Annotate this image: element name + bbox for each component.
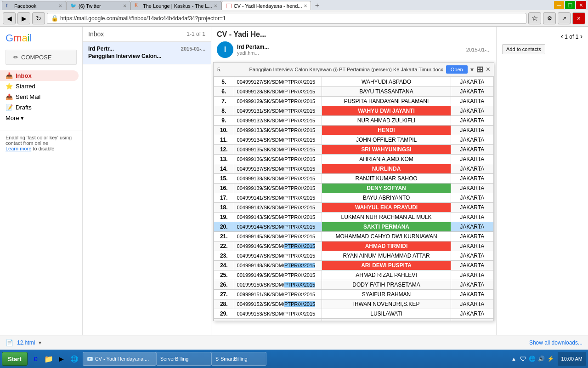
sidebar-item-starred[interactable]: ⭐ Starred xyxy=(0,81,79,92)
email-content-header: CV - Yadi He... I Ird Pertam... yadi.hm.… xyxy=(211,27,496,60)
email-list-item[interactable]: Ird Pertr... 2015-01-... Panggilan Inter… xyxy=(83,42,211,64)
sidebar-item-drafts[interactable]: 📝 Drafts xyxy=(0,102,79,113)
email-body: CV - Yadi He... I Ird Pertam... yadi.hm.… xyxy=(211,27,496,321)
tab-kaskus-close[interactable]: × xyxy=(214,3,217,9)
row-city: JAKARTA xyxy=(451,213,493,222)
table-row: 17.004999141/SK/SDM/PTPR/X/2015BAYU ABRI… xyxy=(214,193,494,203)
download-icon: 📄 xyxy=(6,339,13,346)
tab-gmail[interactable]: CV - Yadi Hendayana - hend... × xyxy=(221,1,311,10)
bookmark-star-icon[interactable]: ☆ xyxy=(528,12,541,24)
row-name: AHMAD TIRMIDI xyxy=(322,242,451,251)
sent-icon: 📤 xyxy=(6,93,13,100)
email-list-header: Inbox 1-1 of 1 xyxy=(83,27,211,42)
browser-window: f Facebook × 🐦 (6) Twitter × K The Loung… xyxy=(0,0,588,350)
row-code: 004999138/SK/SDM/PTPR/X/2015 xyxy=(234,174,322,184)
sender-avatar: I xyxy=(217,41,233,58)
share-icon[interactable]: ↗ xyxy=(558,12,571,24)
tab-twitter-close[interactable]: × xyxy=(123,3,126,9)
table-row: 25.001999149/SK/SDM/PTPR/X/2015AHMAD RIZ… xyxy=(214,270,494,280)
table-row: 19.004999143/SK/SDM/PTPR/X/2015LUKMAN NU… xyxy=(214,213,494,222)
sidebar-item-more[interactable]: More ▾ xyxy=(0,113,79,123)
tray-power-icon[interactable]: ⚡ xyxy=(547,355,555,363)
minimize-button[interactable]: ─ xyxy=(554,1,564,9)
next-email-button[interactable]: › xyxy=(580,32,582,40)
start-button[interactable]: Start xyxy=(2,352,28,366)
download-filename[interactable]: 12.html xyxy=(17,339,35,346)
row-number: 17. xyxy=(214,193,234,203)
sidebar-item-sent[interactable]: 📤 Sent Mail xyxy=(0,92,79,102)
close-doc-icon[interactable]: × xyxy=(486,65,490,74)
close-button[interactable]: × xyxy=(576,1,586,9)
new-tab-button[interactable]: + xyxy=(311,1,323,10)
notification-text2: to disable xyxy=(33,146,54,151)
row-city: JAKARTA xyxy=(451,222,493,232)
row-number: 6. xyxy=(214,87,234,97)
tab-gmail-close[interactable]: × xyxy=(304,3,307,9)
taskbar-item-smartbilling[interactable]: S SmartBilling xyxy=(211,352,266,366)
taskbar-item-serverbilling[interactable]: ServerBilling xyxy=(156,352,211,366)
row-code: 004999135/SK/SDM/PTPR/X/2015 xyxy=(234,145,322,155)
media-icon[interactable]: ▶ xyxy=(56,353,67,364)
tray-network-icon[interactable]: 🌐 xyxy=(528,355,537,363)
sidebar-item-inbox[interactable]: 📥 Inbox xyxy=(0,70,79,81)
refresh-button[interactable]: ↻ xyxy=(32,12,45,24)
row-city: JAKARTA xyxy=(451,87,493,97)
row-name: RANJIT KUMAR SAHOO xyxy=(322,174,451,184)
row-city: JAKARTA xyxy=(451,126,493,135)
ie-icon[interactable]: e xyxy=(30,353,41,364)
row-code: 009999151/SK/SDM/PTPR/X/2015 xyxy=(234,290,322,299)
row-city: JAKARTA xyxy=(451,184,493,193)
tab-kaskus-title: The Lounge | Kaskus - The L... xyxy=(143,3,212,9)
tray-arrow-icon[interactable]: ▲ xyxy=(510,355,518,363)
row-code: 004999141/SK/SDM/PTPR/X/2015 xyxy=(234,193,322,203)
tab-kaskus[interactable]: K The Lounge | Kaskus - The L... × xyxy=(130,1,221,10)
open-doc-button[interactable]: Open xyxy=(446,65,468,74)
tray-virus-icon[interactable]: 🛡 xyxy=(519,355,527,363)
row-number: 15. xyxy=(214,174,234,184)
row-city: JAKARTA xyxy=(451,164,493,174)
extensions-icon[interactable]: ⚙ xyxy=(543,12,556,24)
drafts-icon: 📝 xyxy=(6,104,13,111)
pagination: 1-1 of 1 xyxy=(187,31,205,37)
maximize-button[interactable]: □ xyxy=(565,1,575,9)
taskbar-item-cv[interactable]: 📧 CV - Yadi Hendayana ... xyxy=(83,352,156,366)
document-popup: 5. Panggilan Interview Calon Karyawan (i… xyxy=(213,62,494,321)
tab-facebook[interactable]: f Facebook × xyxy=(2,1,66,10)
table-row: 28.004999152/SK/SDM/PTPR/X/2015IRWAN NOV… xyxy=(214,299,494,309)
back-button[interactable]: ◀ xyxy=(3,12,16,24)
row-code: 004999154/SK/SDM/PTPR/X/2015 xyxy=(234,319,322,321)
row-name: AHRIANIA,AMD.KOM xyxy=(322,155,451,164)
download-dropdown[interactable]: ▾ xyxy=(39,339,41,346)
dropdown-arrow-icon[interactable]: ▾ xyxy=(470,66,474,73)
tab-facebook-close[interactable]: × xyxy=(59,3,62,9)
email-subject: Panggilan Interview Calon... xyxy=(88,53,205,59)
show-all-downloads[interactable]: Show all downloads... xyxy=(529,339,582,346)
tab-twitter[interactable]: 🐦 (6) Twitter × xyxy=(66,1,130,10)
learn-more-link[interactable]: Learn more xyxy=(6,146,31,151)
table-row: 24.004999148/SK/SDM/PTPR/X/2015ARI DEWI … xyxy=(214,261,494,270)
add-to-contacts-button[interactable]: Add to contacts xyxy=(502,44,545,54)
row-name: HENDI xyxy=(322,126,451,135)
explorer-icon[interactable]: 📁 xyxy=(43,353,54,364)
row-number: 18. xyxy=(214,203,234,213)
tray-volume-icon[interactable]: 🔊 xyxy=(537,355,546,363)
close-overlay-icon[interactable]: × xyxy=(572,12,585,24)
table-row: 6.004999128/SK/SDM/PTPR/X/2015BAYU TIASS… xyxy=(214,87,494,97)
row-city: JAKARTA xyxy=(451,203,493,213)
row-city: JAKARTA xyxy=(451,155,493,164)
sender-info: Ird Pertam... yadi.hm... xyxy=(237,44,269,56)
browser-tabs: f Facebook × 🐦 (6) Twitter × K The Loung… xyxy=(2,0,323,10)
expand-icon[interactable]: ⊞ xyxy=(476,64,483,75)
table-row: 7.004999129/SK/SDM/PTPR/X/2015PUSPITA HA… xyxy=(214,97,494,106)
taskbar-item-smb-icon: S xyxy=(215,356,219,362)
address-bar[interactable]: 🔒 https://mail.google.com/mail/#inbox/14… xyxy=(47,13,526,24)
table-row: 27.009999151/SK/SDM/PTPR/X/2015SYAIFUR R… xyxy=(214,290,494,299)
table-row: 11.004999134/SK/SDM/PTPR/X/2015JOHN OFFI… xyxy=(214,135,494,145)
row-number: 9. xyxy=(214,116,234,126)
row-number: 16. xyxy=(214,184,234,193)
prev-email-button[interactable]: ‹ xyxy=(561,32,563,40)
browser-icon[interactable]: 🌐 xyxy=(69,353,80,364)
forward-button[interactable]: ▶ xyxy=(17,12,30,24)
row-name: BAYU ABRIYANTO xyxy=(322,193,451,203)
compose-button[interactable]: ✏ COMPOSE xyxy=(6,50,77,65)
